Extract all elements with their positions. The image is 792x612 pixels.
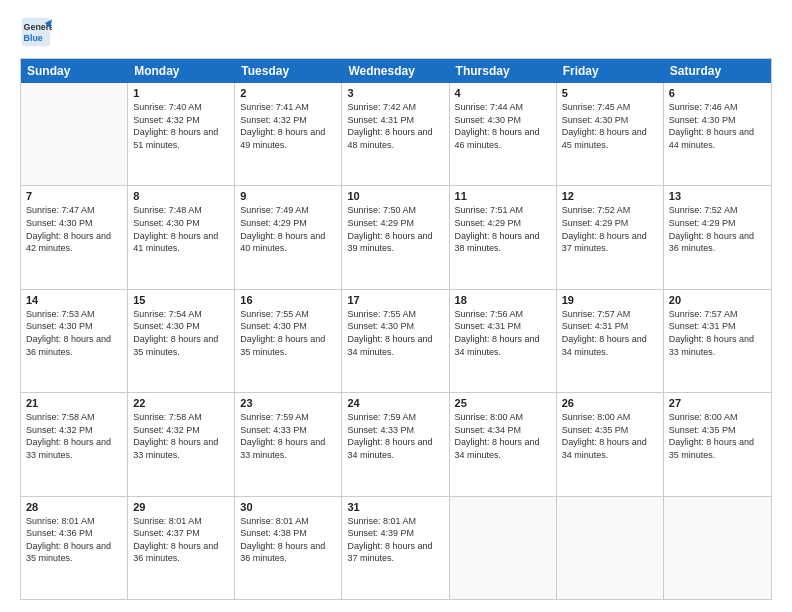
day-number: 17 bbox=[347, 294, 443, 306]
cell-info: Sunrise: 7:54 AM Sunset: 4:30 PM Dayligh… bbox=[133, 308, 229, 358]
day-of-week-saturday: Saturday bbox=[664, 59, 771, 83]
day-number: 13 bbox=[669, 190, 766, 202]
cell-info: Sunrise: 7:57 AM Sunset: 4:31 PM Dayligh… bbox=[562, 308, 658, 358]
cell-info: Sunrise: 7:49 AM Sunset: 4:29 PM Dayligh… bbox=[240, 204, 336, 254]
day-cell-14: 14 Sunrise: 7:53 AM Sunset: 4:30 PM Dayl… bbox=[21, 290, 128, 392]
day-of-week-tuesday: Tuesday bbox=[235, 59, 342, 83]
calendar-week-1: 1 Sunrise: 7:40 AM Sunset: 4:32 PM Dayli… bbox=[21, 83, 771, 186]
day-cell-11: 11 Sunrise: 7:51 AM Sunset: 4:29 PM Dayl… bbox=[450, 186, 557, 288]
calendar-week-5: 28 Sunrise: 8:01 AM Sunset: 4:36 PM Dayl… bbox=[21, 497, 771, 599]
day-number: 10 bbox=[347, 190, 443, 202]
day-number: 27 bbox=[669, 397, 766, 409]
day-of-week-sunday: Sunday bbox=[21, 59, 128, 83]
cell-info: Sunrise: 7:52 AM Sunset: 4:29 PM Dayligh… bbox=[669, 204, 766, 254]
day-number: 20 bbox=[669, 294, 766, 306]
day-number: 12 bbox=[562, 190, 658, 202]
logo-icon: General Blue bbox=[20, 16, 52, 48]
day-number: 22 bbox=[133, 397, 229, 409]
cell-info: Sunrise: 7:42 AM Sunset: 4:31 PM Dayligh… bbox=[347, 101, 443, 151]
calendar: SundayMondayTuesdayWednesdayThursdayFrid… bbox=[20, 58, 772, 600]
cell-info: Sunrise: 7:53 AM Sunset: 4:30 PM Dayligh… bbox=[26, 308, 122, 358]
day-cell-30: 30 Sunrise: 8:01 AM Sunset: 4:38 PM Dayl… bbox=[235, 497, 342, 599]
day-number: 24 bbox=[347, 397, 443, 409]
cell-info: Sunrise: 8:00 AM Sunset: 4:34 PM Dayligh… bbox=[455, 411, 551, 461]
cell-info: Sunrise: 8:01 AM Sunset: 4:39 PM Dayligh… bbox=[347, 515, 443, 565]
day-cell-4: 4 Sunrise: 7:44 AM Sunset: 4:30 PM Dayli… bbox=[450, 83, 557, 185]
day-number: 2 bbox=[240, 87, 336, 99]
cell-info: Sunrise: 7:45 AM Sunset: 4:30 PM Dayligh… bbox=[562, 101, 658, 151]
cell-info: Sunrise: 7:59 AM Sunset: 4:33 PM Dayligh… bbox=[240, 411, 336, 461]
day-number: 15 bbox=[133, 294, 229, 306]
day-cell-16: 16 Sunrise: 7:55 AM Sunset: 4:30 PM Dayl… bbox=[235, 290, 342, 392]
cell-info: Sunrise: 7:47 AM Sunset: 4:30 PM Dayligh… bbox=[26, 204, 122, 254]
day-cell-20: 20 Sunrise: 7:57 AM Sunset: 4:31 PM Dayl… bbox=[664, 290, 771, 392]
cell-info: Sunrise: 7:50 AM Sunset: 4:29 PM Dayligh… bbox=[347, 204, 443, 254]
day-cell-23: 23 Sunrise: 7:59 AM Sunset: 4:33 PM Dayl… bbox=[235, 393, 342, 495]
day-number: 4 bbox=[455, 87, 551, 99]
day-number: 23 bbox=[240, 397, 336, 409]
cell-info: Sunrise: 7:58 AM Sunset: 4:32 PM Dayligh… bbox=[26, 411, 122, 461]
day-cell-10: 10 Sunrise: 7:50 AM Sunset: 4:29 PM Dayl… bbox=[342, 186, 449, 288]
cell-info: Sunrise: 8:01 AM Sunset: 4:37 PM Dayligh… bbox=[133, 515, 229, 565]
day-number: 8 bbox=[133, 190, 229, 202]
day-number: 1 bbox=[133, 87, 229, 99]
day-cell-24: 24 Sunrise: 7:59 AM Sunset: 4:33 PM Dayl… bbox=[342, 393, 449, 495]
day-cell-26: 26 Sunrise: 8:00 AM Sunset: 4:35 PM Dayl… bbox=[557, 393, 664, 495]
calendar-body: 1 Sunrise: 7:40 AM Sunset: 4:32 PM Dayli… bbox=[21, 83, 771, 599]
day-cell-29: 29 Sunrise: 8:01 AM Sunset: 4:37 PM Dayl… bbox=[128, 497, 235, 599]
empty-cell bbox=[21, 83, 128, 185]
day-cell-21: 21 Sunrise: 7:58 AM Sunset: 4:32 PM Dayl… bbox=[21, 393, 128, 495]
cell-info: Sunrise: 7:55 AM Sunset: 4:30 PM Dayligh… bbox=[240, 308, 336, 358]
cell-info: Sunrise: 8:01 AM Sunset: 4:36 PM Dayligh… bbox=[26, 515, 122, 565]
day-number: 6 bbox=[669, 87, 766, 99]
empty-cell bbox=[557, 497, 664, 599]
day-cell-9: 9 Sunrise: 7:49 AM Sunset: 4:29 PM Dayli… bbox=[235, 186, 342, 288]
cell-info: Sunrise: 8:00 AM Sunset: 4:35 PM Dayligh… bbox=[562, 411, 658, 461]
cell-info: Sunrise: 7:55 AM Sunset: 4:30 PM Dayligh… bbox=[347, 308, 443, 358]
cell-info: Sunrise: 7:44 AM Sunset: 4:30 PM Dayligh… bbox=[455, 101, 551, 151]
calendar-header: SundayMondayTuesdayWednesdayThursdayFrid… bbox=[21, 59, 771, 83]
day-number: 16 bbox=[240, 294, 336, 306]
day-number: 25 bbox=[455, 397, 551, 409]
cell-info: Sunrise: 7:46 AM Sunset: 4:30 PM Dayligh… bbox=[669, 101, 766, 151]
cell-info: Sunrise: 7:41 AM Sunset: 4:32 PM Dayligh… bbox=[240, 101, 336, 151]
day-cell-31: 31 Sunrise: 8:01 AM Sunset: 4:39 PM Dayl… bbox=[342, 497, 449, 599]
day-number: 14 bbox=[26, 294, 122, 306]
day-of-week-wednesday: Wednesday bbox=[342, 59, 449, 83]
day-cell-8: 8 Sunrise: 7:48 AM Sunset: 4:30 PM Dayli… bbox=[128, 186, 235, 288]
day-cell-1: 1 Sunrise: 7:40 AM Sunset: 4:32 PM Dayli… bbox=[128, 83, 235, 185]
cell-info: Sunrise: 7:48 AM Sunset: 4:30 PM Dayligh… bbox=[133, 204, 229, 254]
day-cell-17: 17 Sunrise: 7:55 AM Sunset: 4:30 PM Dayl… bbox=[342, 290, 449, 392]
day-cell-19: 19 Sunrise: 7:57 AM Sunset: 4:31 PM Dayl… bbox=[557, 290, 664, 392]
empty-cell bbox=[664, 497, 771, 599]
day-number: 28 bbox=[26, 501, 122, 513]
svg-text:Blue: Blue bbox=[24, 33, 43, 43]
day-cell-22: 22 Sunrise: 7:58 AM Sunset: 4:32 PM Dayl… bbox=[128, 393, 235, 495]
day-number: 11 bbox=[455, 190, 551, 202]
cell-info: Sunrise: 7:59 AM Sunset: 4:33 PM Dayligh… bbox=[347, 411, 443, 461]
cell-info: Sunrise: 8:01 AM Sunset: 4:38 PM Dayligh… bbox=[240, 515, 336, 565]
calendar-week-3: 14 Sunrise: 7:53 AM Sunset: 4:30 PM Dayl… bbox=[21, 290, 771, 393]
day-cell-3: 3 Sunrise: 7:42 AM Sunset: 4:31 PM Dayli… bbox=[342, 83, 449, 185]
day-cell-5: 5 Sunrise: 7:45 AM Sunset: 4:30 PM Dayli… bbox=[557, 83, 664, 185]
day-number: 21 bbox=[26, 397, 122, 409]
day-of-week-friday: Friday bbox=[557, 59, 664, 83]
day-cell-13: 13 Sunrise: 7:52 AM Sunset: 4:29 PM Dayl… bbox=[664, 186, 771, 288]
day-number: 19 bbox=[562, 294, 658, 306]
day-cell-2: 2 Sunrise: 7:41 AM Sunset: 4:32 PM Dayli… bbox=[235, 83, 342, 185]
day-number: 31 bbox=[347, 501, 443, 513]
cell-info: Sunrise: 7:52 AM Sunset: 4:29 PM Dayligh… bbox=[562, 204, 658, 254]
day-cell-15: 15 Sunrise: 7:54 AM Sunset: 4:30 PM Dayl… bbox=[128, 290, 235, 392]
day-number: 5 bbox=[562, 87, 658, 99]
day-cell-28: 28 Sunrise: 8:01 AM Sunset: 4:36 PM Dayl… bbox=[21, 497, 128, 599]
cell-info: Sunrise: 7:57 AM Sunset: 4:31 PM Dayligh… bbox=[669, 308, 766, 358]
day-number: 7 bbox=[26, 190, 122, 202]
day-cell-7: 7 Sunrise: 7:47 AM Sunset: 4:30 PM Dayli… bbox=[21, 186, 128, 288]
calendar-week-4: 21 Sunrise: 7:58 AM Sunset: 4:32 PM Dayl… bbox=[21, 393, 771, 496]
logo: General Blue bbox=[20, 16, 56, 48]
day-number: 18 bbox=[455, 294, 551, 306]
cell-info: Sunrise: 7:58 AM Sunset: 4:32 PM Dayligh… bbox=[133, 411, 229, 461]
day-cell-6: 6 Sunrise: 7:46 AM Sunset: 4:30 PM Dayli… bbox=[664, 83, 771, 185]
day-of-week-monday: Monday bbox=[128, 59, 235, 83]
cell-info: Sunrise: 7:51 AM Sunset: 4:29 PM Dayligh… bbox=[455, 204, 551, 254]
